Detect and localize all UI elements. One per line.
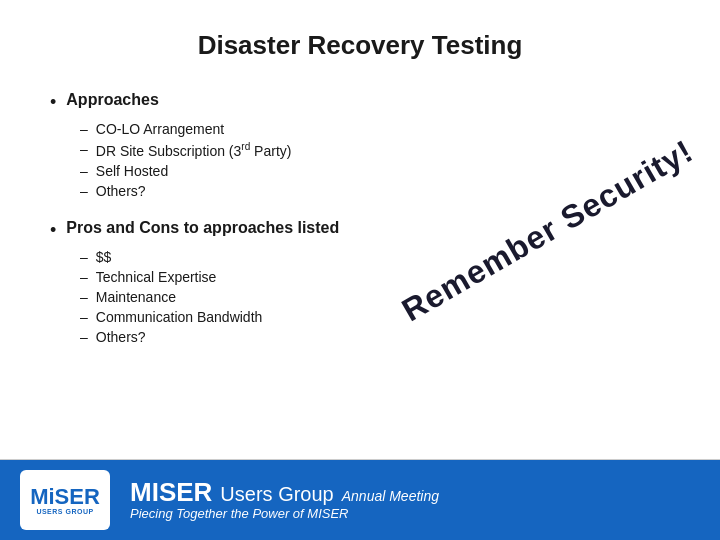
dash-icon: – bbox=[80, 163, 88, 179]
dash-icon: – bbox=[80, 309, 88, 325]
dash-icon: – bbox=[80, 329, 88, 345]
footer-text-block: MISER Users Group Annual Meeting Piecing… bbox=[130, 479, 439, 521]
list-item: – Others? bbox=[80, 329, 670, 345]
list-item: – DR Site Subscription (3rd Party) bbox=[80, 141, 670, 159]
footer-miser-brand: MISER bbox=[130, 479, 212, 505]
sub-text: Maintenance bbox=[96, 289, 176, 305]
main-bullet-approaches: • Approaches bbox=[50, 91, 670, 113]
logo-miser-text: MiSER bbox=[30, 486, 100, 508]
sub-text: Others? bbox=[96, 329, 146, 345]
approaches-sub-list: – CO-LO Arrangement – DR Site Subscripti… bbox=[80, 121, 670, 199]
sub-text: Others? bbox=[96, 183, 146, 199]
approaches-label: Approaches bbox=[66, 91, 158, 109]
sub-text: CO-LO Arrangement bbox=[96, 121, 224, 137]
dash-icon: – bbox=[80, 269, 88, 285]
sub-text: Self Hosted bbox=[96, 163, 168, 179]
footer-users-group: Users Group bbox=[220, 483, 333, 506]
footer: MiSER USERS GROUP MISER Users Group Annu… bbox=[0, 460, 720, 540]
slide-title: Disaster Recovery Testing bbox=[50, 30, 670, 61]
dash-icon: – bbox=[80, 121, 88, 137]
pros-label: Pros and Cons to approaches listed bbox=[66, 219, 339, 237]
sub-text: $$ bbox=[96, 249, 112, 265]
pros-sub-list: – $$ – Technical Expertise – Maintenance… bbox=[80, 249, 670, 345]
sub-text: DR Site Subscription (3rd Party) bbox=[96, 141, 292, 159]
dash-icon: – bbox=[80, 289, 88, 305]
section-pros-cons: • Pros and Cons to approaches listed – $… bbox=[50, 219, 670, 345]
list-item: – CO-LO Arrangement bbox=[80, 121, 670, 137]
dash-icon: – bbox=[80, 183, 88, 199]
bullet-dot-1: • bbox=[50, 92, 56, 113]
content-area: Disaster Recovery Testing • Approaches –… bbox=[0, 0, 720, 459]
list-item: – Self Hosted bbox=[80, 163, 670, 179]
list-item: – $$ bbox=[80, 249, 670, 265]
footer-title-line: MISER Users Group Annual Meeting bbox=[130, 479, 439, 506]
list-item: – Technical Expertise bbox=[80, 269, 670, 285]
footer-annual: Annual Meeting bbox=[342, 488, 439, 504]
logo-sub-text: USERS GROUP bbox=[36, 508, 93, 515]
sub-text: Technical Expertise bbox=[96, 269, 217, 285]
section-approaches: • Approaches – CO-LO Arrangement – DR Si… bbox=[50, 91, 670, 199]
list-item: – Maintenance bbox=[80, 289, 670, 305]
footer-logo: MiSER USERS GROUP bbox=[20, 470, 110, 530]
dash-icon: – bbox=[80, 141, 88, 157]
dash-icon: – bbox=[80, 249, 88, 265]
list-item: – Communication Bandwidth bbox=[80, 309, 670, 325]
footer-tagline: Piecing Together the Power of MISER bbox=[130, 506, 439, 521]
slide: Disaster Recovery Testing • Approaches –… bbox=[0, 0, 720, 540]
bullet-dot-2: • bbox=[50, 220, 56, 241]
sub-text: Communication Bandwidth bbox=[96, 309, 263, 325]
